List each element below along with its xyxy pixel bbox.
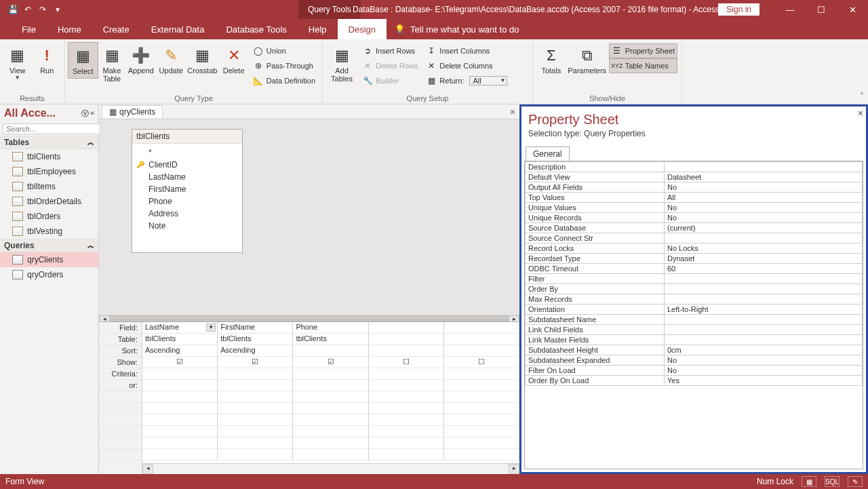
nav-item-table[interactable]: tblOrderDetails [0, 194, 98, 209]
property-row[interactable]: Link Child Fields [526, 325, 863, 335]
nav-group-queries[interactable]: Queries︽ [0, 239, 98, 252]
design-surface[interactable]: tblClients *🔑ClientIDLastNameFirstNamePh… [99, 119, 519, 315]
grid-cell[interactable] [218, 403, 293, 414]
property-row[interactable]: Subdatasheet Height0cm [526, 345, 863, 355]
signin-button[interactable]: Sign in [718, 3, 760, 16]
property-row[interactable]: Record LocksNo Locks [526, 243, 863, 254]
grid-cell[interactable] [293, 449, 368, 460]
table-field[interactable]: Phone [132, 195, 242, 208]
scroll-left-icon[interactable]: ◂ [142, 464, 153, 474]
grid-cell[interactable] [218, 449, 293, 460]
property-row[interactable]: Top ValuesAll [526, 193, 863, 203]
maketable-button[interactable]: ▦Make Table [98, 42, 126, 85]
property-row[interactable]: Default ViewDatasheet [526, 172, 863, 182]
property-value[interactable] [665, 294, 863, 305]
property-row[interactable]: Source Connect Str [526, 233, 863, 243]
grid-cell[interactable] [293, 345, 368, 356]
grid-cell[interactable] [369, 391, 444, 402]
property-value[interactable]: Yes [665, 376, 863, 386]
grid-cell[interactable] [444, 322, 519, 333]
grid-cell[interactable] [369, 449, 444, 460]
tellme-input[interactable]: Tell me what you want to do [410, 19, 530, 39]
grid-cell[interactable]: ☑ [293, 357, 368, 368]
property-row[interactable]: OrientationLeft-to-Right [526, 305, 863, 315]
grid-cell[interactable] [369, 368, 444, 379]
grid-cell[interactable] [142, 449, 218, 460]
property-value[interactable] [665, 315, 863, 325]
tab-external-data[interactable]: External Data [140, 19, 216, 39]
qat-dropdown-icon[interactable]: ▾ [52, 3, 64, 16]
passthrough-button[interactable]: ⊕Pass-Through [250, 58, 318, 73]
table-field[interactable]: FirstName [132, 183, 242, 195]
property-value[interactable]: 0cm [665, 345, 863, 355]
property-value[interactable] [665, 274, 863, 284]
property-row[interactable]: Order By On LoadYes [526, 376, 863, 386]
grid-cell[interactable] [293, 414, 368, 425]
property-row[interactable]: Unique ValuesNo [526, 203, 863, 213]
insertcols-button[interactable]: ↧Insert Columns [423, 43, 510, 58]
grid-cell[interactable] [142, 368, 218, 379]
propertysheet-button[interactable]: ☰Property Sheet [609, 43, 677, 58]
grid-cell[interactable] [444, 449, 519, 460]
property-value[interactable]: 60 [665, 264, 863, 274]
property-value[interactable]: No [665, 213, 863, 223]
property-value[interactable] [665, 335, 863, 345]
select-button[interactable]: ▦Select [68, 42, 98, 79]
grid-cell[interactable] [444, 426, 519, 437]
table-field[interactable]: LastName [132, 171, 242, 183]
property-value[interactable]: No [665, 355, 863, 366]
dropdown-icon[interactable]: ▼ [206, 324, 216, 332]
grid-cell[interactable]: tblClients [142, 334, 218, 345]
grid-cell[interactable]: Phone [293, 322, 368, 333]
scroll-right-icon[interactable]: ▸ [509, 315, 519, 322]
scroll-right-icon[interactable]: ▸ [509, 464, 519, 474]
nav-item-table[interactable]: tblClients [0, 149, 98, 164]
property-row[interactable]: Max Records [526, 294, 863, 305]
grid-cell[interactable] [444, 414, 519, 425]
deleterows-button[interactable]: ✕Delete Rows [359, 58, 420, 73]
property-value[interactable]: All [665, 193, 863, 203]
run-button[interactable]: ! Run [33, 42, 62, 77]
grid-cell[interactable] [218, 414, 293, 425]
datadef-button[interactable]: 📐Data Definition [250, 73, 318, 88]
grid-cell[interactable] [369, 380, 444, 391]
property-value[interactable]: Dynaset [665, 254, 863, 264]
grid-cell[interactable] [293, 403, 368, 414]
tab-file[interactable]: File [11, 19, 47, 39]
maximize-button[interactable]: ☐ [806, 0, 837, 19]
tab-database-tools[interactable]: Database Tools [215, 19, 297, 39]
view-button[interactable]: ▦ View ▼ [3, 42, 33, 83]
close-button[interactable]: ✕ [837, 0, 868, 19]
scroll-left-icon[interactable]: ◂ [99, 315, 110, 322]
grid-cell[interactable]: ☑ [218, 357, 293, 368]
circle-chevron-icon[interactable]: ⓥ [81, 109, 89, 119]
undo-icon[interactable]: ↶ [22, 3, 34, 16]
close-propertysheet-icon[interactable]: × [858, 108, 863, 119]
tab-general[interactable]: General [526, 146, 570, 161]
close-document-icon[interactable]: × [510, 106, 515, 117]
grid-cell[interactable] [444, 403, 519, 414]
nav-item-table[interactable]: tblVesting [0, 224, 98, 239]
property-row[interactable]: Source Database(current) [526, 223, 863, 233]
table-field[interactable]: Note [132, 220, 242, 232]
property-row[interactable]: Subdatasheet ExpandedNo [526, 355, 863, 366]
grid-cell[interactable] [369, 322, 444, 333]
grid-cell[interactable] [369, 403, 444, 414]
grid-cell[interactable] [142, 426, 218, 437]
grid-cell[interactable] [444, 368, 519, 379]
grid-cell[interactable] [293, 380, 368, 391]
grid-cell[interactable] [293, 391, 368, 402]
grid-cell[interactable]: ☐ [369, 357, 444, 368]
union-button[interactable]: ◯Union [250, 43, 318, 58]
datasheet-view-icon[interactable]: ▦ [802, 476, 816, 487]
builder-button[interactable]: 🔧Builder [359, 73, 420, 88]
grid-cell[interactable]: ☐ [444, 357, 519, 368]
property-value[interactable]: No [665, 203, 863, 213]
grid-cell[interactable]: tblClients [293, 334, 368, 345]
grid-cell[interactable] [444, 391, 519, 402]
navpane-header[interactable]: All Acce... ⓥ« [0, 104, 98, 122]
property-value[interactable] [665, 233, 863, 243]
collapse-pane-icon[interactable]: « [90, 109, 94, 119]
grid-cell[interactable] [142, 437, 218, 448]
grid-cell[interactable] [369, 426, 444, 437]
